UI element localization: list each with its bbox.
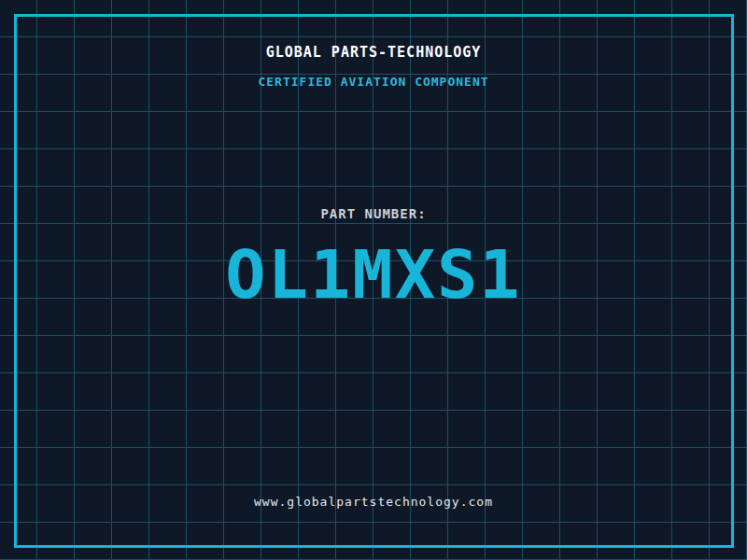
part-number-value: OL1MXS1: [0, 241, 747, 308]
certificate-panel: GLOBAL PARTS-TECHNOLOGY CERTIFIED AVIATI…: [0, 0, 747, 560]
part-number-label: PART NUMBER:: [0, 207, 747, 220]
website-url: www.globalpartstechnology.com: [0, 496, 747, 508]
certification-subtitle: CERTIFIED AVIATION COMPONENT: [0, 76, 747, 88]
company-title: GLOBAL PARTS-TECHNOLOGY: [0, 46, 747, 60]
